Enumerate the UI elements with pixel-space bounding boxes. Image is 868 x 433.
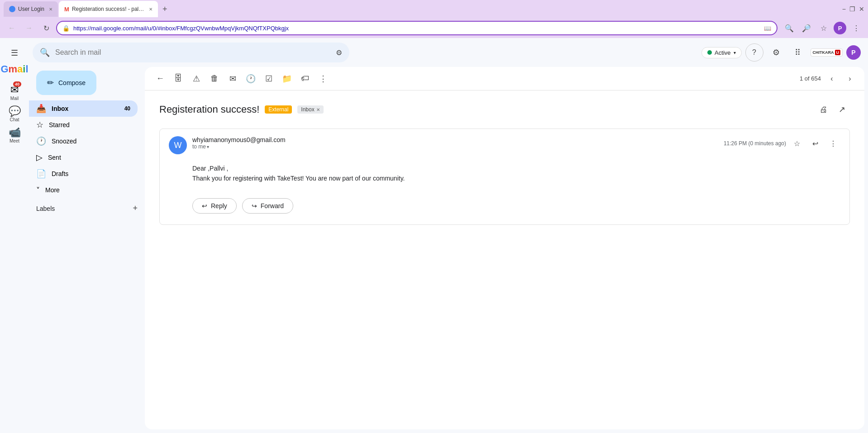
email-subject: Registeration success! bbox=[159, 104, 259, 115]
snooze-nav-icon: 🕐 bbox=[36, 136, 46, 146]
more-label: More bbox=[45, 186, 60, 194]
prev-email-button[interactable]: ‹ bbox=[825, 71, 839, 86]
message-time: 11:26 PM (0 minutes ago) bbox=[724, 140, 786, 147]
reply-label: Reply bbox=[211, 202, 227, 209]
chat-label: Chat bbox=[10, 117, 19, 122]
forward-icon: ↪ bbox=[252, 202, 257, 209]
new-tab-button[interactable]: + bbox=[159, 5, 171, 14]
settings-button[interactable]: ⚙ bbox=[767, 43, 785, 62]
labels-header: Labels bbox=[36, 205, 55, 212]
reply-icon: ↩ bbox=[202, 202, 207, 209]
body-line1: Dear ,Pallvi , bbox=[192, 163, 840, 173]
address-bar-row: ← → ↻ 🔒 https://mail.google.com/mail/u/0… bbox=[0, 18, 868, 38]
nav-item-more[interactable]: ˅ More bbox=[29, 182, 138, 198]
tab1-close[interactable]: ✕ bbox=[49, 7, 52, 12]
to-chevron: ▾ bbox=[207, 144, 209, 149]
tab2-close[interactable]: ✕ bbox=[149, 7, 153, 12]
user-profile-circle[interactable]: P bbox=[834, 22, 846, 34]
print-button[interactable]: 🖨 bbox=[816, 101, 832, 118]
sender-info: whyiamanonymous0@gmail.com to me ▾ bbox=[192, 136, 724, 150]
move-to-button[interactable]: 📁 bbox=[279, 71, 295, 87]
search-inner: 🔍 ⚙ bbox=[33, 43, 349, 62]
snooze-button[interactable]: 🕐 bbox=[243, 71, 259, 87]
bookmark-icon[interactable]: ☆ bbox=[816, 21, 831, 35]
forward-button[interactable]: → bbox=[22, 21, 36, 35]
body-line2: Thank you for registering with TakeTest!… bbox=[192, 173, 840, 183]
address-text: https://mail.google.com/mail/u/0/#inbox/… bbox=[73, 25, 760, 32]
tab2-title: Registeration success! - pallvi4... bbox=[72, 6, 144, 12]
back-to-inbox-button[interactable]: ← bbox=[152, 71, 168, 87]
forward-label: Forward bbox=[261, 202, 284, 209]
delete-button[interactable]: 🗑 bbox=[206, 71, 223, 87]
gmail-app: ☰ Gmail ✉ 40 Mail 💬 Chat 📹 Meet bbox=[0, 38, 868, 433]
icon-sidebar-item-chat[interactable]: 💬 Chat bbox=[3, 104, 26, 124]
active-label: Active bbox=[715, 49, 730, 56]
address-bar[interactable]: 🔒 https://mail.google.com/mail/u/0/#inbo… bbox=[56, 21, 777, 35]
more-nav-icon: ˅ bbox=[36, 186, 40, 195]
mail-label: Mail bbox=[10, 96, 19, 101]
add-label-button[interactable]: + bbox=[133, 204, 138, 213]
forward-button[interactable]: ↪ Forward bbox=[242, 198, 293, 214]
window-controls: − ❐ ✕ bbox=[842, 5, 864, 13]
meet-icon: 📹 bbox=[9, 127, 21, 138]
inbox-tag[interactable]: Inbox ✕ bbox=[297, 105, 323, 114]
reload-button[interactable]: ↻ bbox=[39, 21, 53, 35]
browser-menu-icon[interactable]: ⋮ bbox=[849, 21, 863, 35]
inbox-tag-close[interactable]: ✕ bbox=[316, 107, 320, 112]
sender-to[interactable]: to me ▾ bbox=[192, 143, 724, 150]
chitkara-icon: U bbox=[835, 50, 841, 55]
lens-icon[interactable]: 🔍 bbox=[782, 21, 796, 35]
email-content: Registeration success! External Inbox ✕ … bbox=[145, 90, 864, 429]
main-content: 🔍 ⚙ Active ▾ ? ⚙ ⠿ CHITKARA U bbox=[29, 38, 868, 433]
compose-button[interactable]: ✏ Compose bbox=[36, 71, 96, 95]
help-button[interactable]: ? bbox=[745, 43, 763, 62]
nav-item-sent[interactable]: ▷ Sent bbox=[29, 149, 138, 166]
reply-message-button[interactable]: ↩ bbox=[808, 136, 822, 151]
tab-gmail-active[interactable]: M Registeration success! - pallvi4... ✕ bbox=[59, 1, 158, 17]
apps-button[interactable]: ⠿ bbox=[789, 43, 807, 62]
close-window-button[interactable]: ✕ bbox=[859, 5, 864, 13]
search-box: 🔍 ⚙ bbox=[33, 43, 349, 62]
icon-sidebar-item-mail[interactable]: ✉ 40 Mail bbox=[3, 82, 26, 103]
search-input[interactable] bbox=[55, 48, 330, 57]
restore-button[interactable]: ❐ bbox=[849, 5, 855, 13]
nav-item-inbox[interactable]: 📥 Inbox 40 bbox=[29, 100, 138, 117]
message-header: W whyiamanonymous0@gmail.com to me ▾ 11:… bbox=[160, 129, 849, 162]
minimize-button[interactable]: − bbox=[842, 5, 846, 13]
drafts-nav-icon: 📄 bbox=[36, 169, 46, 179]
browser-right-icons: 🔍 🔎 ☆ P ⋮ bbox=[782, 21, 863, 35]
nav-item-drafts[interactable]: 📄 Drafts bbox=[29, 166, 138, 182]
star-message-button[interactable]: ☆ bbox=[790, 136, 804, 151]
email-main: ← 🗄 ⚠ 🗑 ✉ 🕐 ☑ 📁 🏷 ⋮ 1 of 654 ‹ › bbox=[145, 67, 864, 429]
archive-button[interactable]: 🗄 bbox=[170, 71, 186, 87]
body-row: ✏ Compose 📥 Inbox 40 ☆ Starred 🕐 bbox=[29, 67, 868, 433]
tab-user-login[interactable]: User Login ✕ bbox=[4, 1, 58, 17]
snoozed-label: Snoozed bbox=[52, 138, 76, 145]
next-email-button[interactable]: › bbox=[843, 71, 857, 86]
label-button[interactable]: 🏷 bbox=[297, 71, 313, 87]
header-right: Active ▾ ? ⚙ ⠿ CHITKARA U P bbox=[701, 43, 861, 62]
filter-icon[interactable]: ⚙ bbox=[336, 48, 342, 57]
starred-label: Starred bbox=[49, 121, 70, 128]
more-message-button[interactable]: ⋮ bbox=[826, 136, 840, 151]
hamburger-button[interactable]: ☰ bbox=[8, 45, 21, 61]
active-status[interactable]: Active ▾ bbox=[701, 47, 741, 58]
nav-item-snoozed[interactable]: 🕐 Snoozed bbox=[29, 133, 138, 149]
user-avatar-header[interactable]: P bbox=[846, 45, 861, 60]
reply-forward-section: ↩ Reply ↪ Forward bbox=[160, 195, 849, 224]
reply-button[interactable]: ↩ Reply bbox=[192, 198, 237, 214]
back-button[interactable]: ← bbox=[5, 21, 19, 35]
more-toolbar-button[interactable]: ⋮ bbox=[315, 71, 331, 87]
email-body: Dear ,Pallvi , Thank you for registering… bbox=[160, 162, 849, 195]
popout-button[interactable]: ↗ bbox=[834, 101, 850, 118]
spam-button[interactable]: ⚠ bbox=[188, 71, 205, 87]
star-nav-icon: ☆ bbox=[36, 120, 43, 130]
labels-section: Labels + bbox=[29, 198, 145, 215]
nav-item-starred[interactable]: ☆ Starred bbox=[29, 117, 138, 133]
zoom-icon[interactable]: 🔎 bbox=[799, 21, 814, 35]
active-dot bbox=[707, 50, 712, 55]
mark-button[interactable]: ✉ bbox=[224, 71, 241, 87]
chitkara-text: CHITKARA bbox=[813, 50, 834, 55]
add-task-button[interactable]: ☑ bbox=[261, 71, 277, 87]
icon-sidebar-item-meet[interactable]: 📹 Meet bbox=[3, 125, 26, 145]
